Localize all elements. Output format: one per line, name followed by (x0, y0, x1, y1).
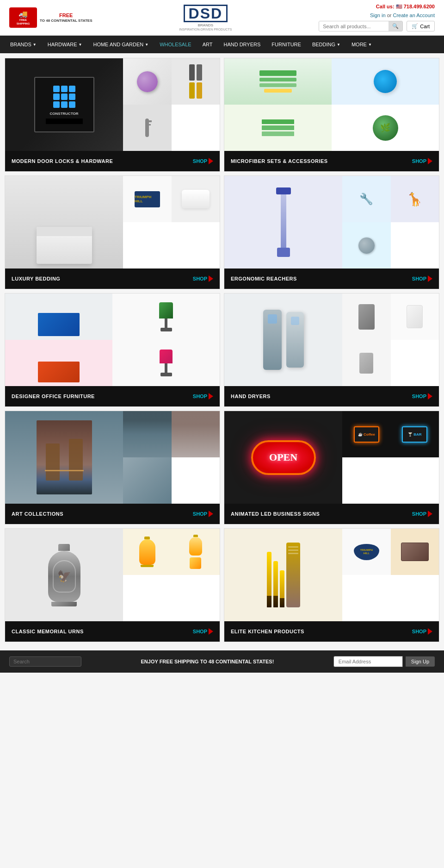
led-signs-shop[interactable]: SHOP (412, 511, 432, 517)
sign-in-link[interactable]: Sign in (370, 12, 386, 18)
shop-arrow-icon-9 (209, 628, 213, 635)
hand-dryers-label: HAND DRYERS SHOP (224, 386, 439, 406)
nav-home-garden[interactable]: HOME AND GARDEN▼ (87, 36, 154, 53)
city-painting-img (123, 411, 171, 457)
nav-art[interactable]: ART (197, 36, 218, 53)
dryer-tall-img (224, 293, 342, 386)
urns-images: 🦅 (5, 529, 220, 621)
dryer-white-img (391, 293, 439, 340)
kitchen-brand-img: TRIUMPHHILL (342, 529, 390, 575)
main-nav: BRANDS▼ HARDWARE▼ HOME AND GARDEN▼ WHOLE… (0, 36, 444, 53)
bedding-main-img (5, 176, 123, 269)
card-bedding: TRIUMPH HILL LUXURY BEDDING SHOP (5, 175, 220, 289)
bedding-images: TRIUMPH HILL (5, 176, 220, 269)
shop-arrow-icon-6 (428, 393, 432, 400)
door-locks-images: CONSTRUCTOR (5, 58, 220, 151)
footer-email-input[interactable] (333, 656, 403, 667)
door-hardware-img (172, 58, 220, 105)
mop-logo-img: 🌿 (332, 105, 439, 151)
bedding-logo-img: TRIUMPH HILL (123, 176, 171, 222)
office-images (5, 293, 220, 386)
grid-row-3: DESIGNER OFFICE FURNITURE SHOP (5, 293, 439, 407)
led-signs-title: ANIMATED LED BUSINESS SIGNS (231, 511, 320, 517)
hand-dryers-shop[interactable]: SHOP (412, 393, 432, 400)
door-locks-label: MODERN DOOR LOCKS & HARDWARE SHOP (5, 151, 220, 171)
logo-tagline: INSPIRATION-DRIVEN PRODUCTS (179, 28, 232, 31)
nav-brands[interactable]: BRANDS▼ (5, 36, 42, 53)
card-art: ART COLLECTIONS SHOP (5, 411, 220, 525)
reachers-shop[interactable]: SHOP (412, 275, 432, 282)
art-shop[interactable]: SHOP (193, 511, 213, 517)
create-account-link[interactable]: Create an Account (393, 12, 435, 18)
art-label: ART COLLECTIONS SHOP (5, 504, 220, 524)
kitchen-shop[interactable]: SHOP (412, 628, 432, 635)
cart-button[interactable]: 🛒 Cart (407, 21, 435, 31)
bedding-shop[interactable]: SHOP (193, 275, 213, 282)
hand-dryers-title: HAND DRYERS (231, 393, 271, 399)
door-keys-img (123, 105, 171, 151)
abstract-img (123, 457, 171, 504)
wooden-box-img (391, 529, 439, 575)
card-kitchen: TRIUMPHHILL ELITE KITCHEN PRODUCTS SHOP (224, 528, 439, 642)
urn-small-img (172, 529, 220, 575)
dryer-extra-img (342, 340, 390, 386)
nav-bedding[interactable]: BEDDING▼ (307, 36, 346, 53)
reacher-tool-img: 🔧 (342, 176, 390, 222)
microfiber-shop[interactable]: SHOP (412, 158, 432, 164)
coffee-sign-img: ☕ Coffee (342, 411, 390, 457)
door-knob-img (123, 58, 171, 105)
shop-arrow-icon-8 (428, 511, 432, 517)
art-title: ART COLLECTIONS (12, 511, 63, 517)
shop-arrow-icon (209, 158, 213, 164)
signup-button[interactable]: Sign Up (406, 656, 435, 667)
footer-search-input[interactable] (9, 656, 81, 667)
reacher-main-img (224, 176, 342, 269)
kitchen-label: ELITE KITCHEN PRODUCTS SHOP (224, 621, 439, 642)
card-reachers: 🔧 🦒 ERGONOMIC REACHERS SHOP (224, 175, 439, 289)
nav-hand-dryers[interactable]: HAND DRYERS (218, 36, 266, 53)
bridge-painting-img (5, 411, 123, 504)
grid-row-5: 🦅 (5, 528, 439, 642)
truck-icon: 🚚 FREE SHIPPING (9, 7, 37, 28)
card-led-signs: OPEN ☕ Coffee 🍸 BAR ANIMATED LED BUSINES… (224, 411, 439, 525)
cart-icon: 🛒 (412, 23, 418, 29)
bedding-title: LUXURY BEDDING (12, 276, 60, 281)
landscape-img (172, 411, 220, 457)
nav-wholesale[interactable]: WHOLESALE (154, 36, 197, 53)
office-label: DESIGNER OFFICE FURNITURE SHOP (5, 386, 220, 406)
bar-sign-img: 🍸 BAR (391, 411, 439, 457)
reachers-label: ERGONOMIC REACHERS SHOP (224, 269, 439, 289)
shop-arrow-icon-5 (209, 393, 213, 400)
door-locks-shop[interactable]: SHOP (193, 158, 213, 164)
nav-more[interactable]: MORE▼ (346, 36, 377, 53)
led-signs-label: ANIMATED LED BUSINESS SIGNS SHOP (224, 504, 439, 524)
urns-shop[interactable]: SHOP (193, 628, 213, 635)
card-microfiber: 🌿 MICROFIBER SETS & ACCESSORIES SHOP (224, 58, 439, 172)
logo-text: DSD (184, 5, 228, 22)
dryer-silver-img (342, 293, 390, 340)
search-button[interactable]: 🔍 (388, 21, 402, 31)
microfiber-images: 🌿 (224, 58, 439, 151)
office-shop[interactable]: SHOP (193, 393, 213, 400)
shop-arrow-icon-2 (428, 158, 432, 164)
nav-hardware[interactable]: HARDWARE▼ (42, 36, 88, 53)
footer-ship-text: ENJOY FREE SHIPPING TO 48 CONTINENTAL ST… (141, 659, 274, 664)
shop-arrow-icon-10 (428, 628, 432, 635)
free-shipping-badge: 🚚 FREE SHIPPING FREE TO 48 CONTINENTAL S… (9, 7, 92, 28)
kitchen-images: TRIUMPHHILL (224, 529, 439, 621)
nav-furniture[interactable]: FURNITURE (266, 36, 307, 53)
bedding-pillow-img (172, 176, 220, 222)
microfiber-title: MICROFIBER SETS & ACCESSORIES (231, 158, 328, 164)
card-office: DESIGNER OFFICE FURNITURE SHOP (5, 293, 220, 407)
open-sign-img: OPEN (224, 411, 342, 504)
card-urns: 🦅 (5, 528, 220, 642)
auth-links: Sign in or Create an Account (370, 12, 435, 18)
bedding-label: LUXURY BEDDING SHOP (5, 269, 220, 289)
search-cart: 🔍 🛒 Cart (319, 21, 435, 31)
door-main-img: CONSTRUCTOR (5, 58, 123, 151)
product-grid: CONSTRUCTOR (0, 53, 444, 650)
chair-green-img (112, 293, 220, 340)
reachers-title: ERGONOMIC REACHERS (231, 276, 297, 281)
search-input[interactable] (319, 21, 388, 31)
door-locks-title: MODERN DOOR LOCKS & HARDWARE (12, 158, 113, 164)
